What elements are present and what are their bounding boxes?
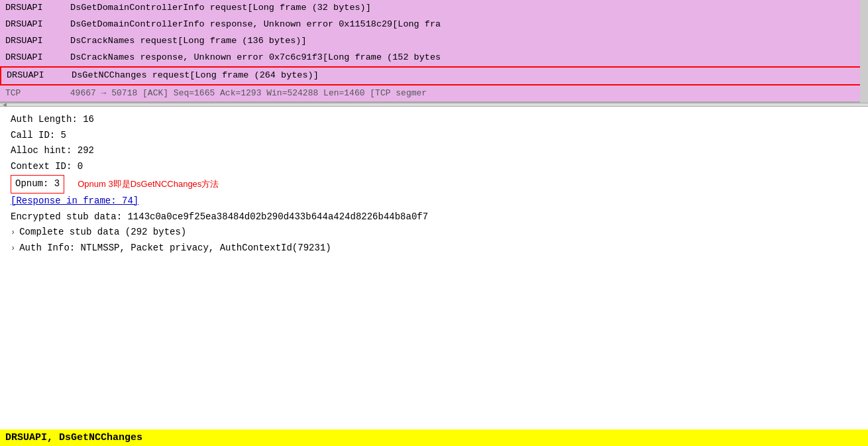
opnum-label: Opnum: 3 (15, 178, 60, 189)
protocol-1: DRSUAPI (5, 1, 65, 15)
complete-stub-text: Complete stub data (292 bytes) (19, 225, 186, 241)
packet-row-1[interactable]: DRSUAPI DsGetDomainControllerInfo reques… (0, 0, 868, 17)
protocol-3: DRSUAPI (5, 34, 65, 48)
packet-row-3[interactable]: DRSUAPI DsCrackNames request[Long frame … (0, 33, 868, 50)
alloc-hint-text: Alloc hint: 292 (11, 145, 94, 156)
alloc-hint-line: Alloc hint: 292 (11, 143, 857, 159)
packet-row-5-highlighted[interactable]: DRSUAPI DsGetNCChanges request[Long fram… (0, 66, 868, 85)
response-link[interactable]: [Response in frame: 74] (11, 195, 138, 206)
packet-list-wrapper: DRSUAPI DsGetDomainControllerInfo reques… (0, 0, 868, 103)
detail-panel: Auth Length: 16 Call ID: 5 Alloc hint: 2… (0, 107, 868, 446)
protocol-5: DRSUAPI (7, 69, 66, 83)
complete-stub-line[interactable]: › Complete stub data (292 bytes) (11, 225, 857, 241)
info-4: DsCrackNames response, Unknown error 0x7… (70, 52, 441, 62)
auth-length-text: Auth Length: 16 (11, 114, 94, 125)
status-bar-text: DRSUAPI, DsGetNCChanges (5, 432, 142, 443)
call-id-line: Call ID: 5 (11, 128, 857, 144)
expand-icon-2: › (11, 242, 15, 255)
unknown-1: Unknown (264, 19, 301, 29)
info-6: 49667 → 50718 [ACK] Seq=1665 Ack=1293 Wi… (70, 88, 427, 98)
packet-list: DRSUAPI DsGetDomainControllerInfo reques… (0, 0, 868, 103)
opnum-box: Opnum: 3 (11, 175, 64, 194)
scrollbar[interactable] (860, 0, 868, 103)
protocol-2: DRSUAPI (5, 18, 65, 32)
auth-info-line[interactable]: › Auth Info: NTLMSSP, Packet privacy, Au… (11, 241, 857, 256)
opnum-annotation: Opnum 3即是DsGetNCChanges方法 (78, 177, 219, 192)
context-id-text: Context ID: 0 (11, 161, 83, 172)
info-1: DsGetDomainControllerInfo request[Long f… (70, 3, 371, 13)
response-link-line: [Response in frame: 74] (11, 194, 857, 209)
info-2: DsGetDomainControllerInfo response, Unkn… (70, 19, 441, 29)
info-3: DsCrackNames request[Long frame (136 byt… (70, 36, 306, 46)
unknown-2: Unknown (193, 52, 231, 62)
context-id-line: Context ID: 0 (11, 159, 857, 175)
opnum-line: Opnum: 3 Opnum 3即是DsGetNCChanges方法 (11, 175, 857, 194)
encrypted-stub-text: Encrypted stub data: 1143c0a0ce9f25ea384… (11, 211, 428, 222)
encrypted-stub-line: Encrypted stub data: 1143c0a0ce9f25ea384… (11, 209, 857, 225)
auth-info-text: Auth Info: NTLMSSP, Packet privacy, Auth… (19, 241, 331, 256)
call-id-text: Call ID: 5 (11, 130, 66, 140)
protocol-6: TCP (5, 87, 65, 100)
packet-row-6-tcp[interactable]: TCP 49667 → 50718 [ACK] Seq=1665 Ack=129… (0, 85, 868, 101)
info-5: DsGetNCChanges request[Long frame (264 b… (72, 70, 319, 80)
packet-row-2[interactable]: DRSUAPI DsGetDomainControllerInfo respon… (0, 17, 868, 33)
protocol-4: DRSUAPI (5, 51, 65, 65)
main-container: DRSUAPI DsGetDomainControllerInfo reques… (0, 0, 868, 446)
auth-length-line: Auth Length: 16 (11, 112, 857, 128)
packet-row-4[interactable]: DRSUAPI DsCrackNames response, Unknown e… (0, 50, 868, 66)
expand-icon-1: › (11, 226, 15, 239)
status-bar: DRSUAPI, DsGetNCChanges (0, 429, 868, 446)
